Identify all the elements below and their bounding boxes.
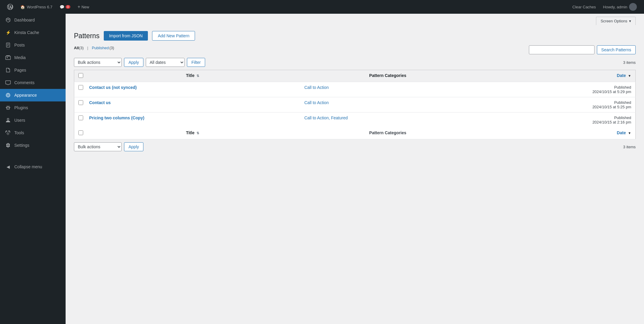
sidebar-item-comments[interactable]: Comments bbox=[0, 76, 66, 89]
row-category-link[interactable]: Call to Action bbox=[304, 100, 329, 105]
filter-all[interactable]: All bbox=[74, 46, 79, 50]
sidebar-label-kinsta-cache: Kinsta Cache bbox=[14, 30, 39, 35]
row-title-cell: Contact us (not synced) bbox=[85, 82, 300, 97]
date-footer-header[interactable]: Date ▼ bbox=[475, 127, 635, 139]
screen-options-arrow-icon: ▾ bbox=[629, 19, 631, 23]
row-checkbox[interactable] bbox=[78, 115, 83, 120]
row-categories-cell: Call to Action, Featured bbox=[300, 112, 476, 128]
categories-footer-header: Pattern Categories bbox=[300, 127, 476, 139]
tablenav-top: Bulk actions Delete Apply All dates Filt… bbox=[74, 58, 636, 67]
filter-published[interactable]: Published bbox=[92, 46, 109, 50]
filter-links: All (3) | Published (3) bbox=[74, 46, 114, 50]
sidebar-label-pages: Pages bbox=[14, 68, 26, 72]
sidebar-item-posts[interactable]: Posts bbox=[0, 39, 66, 51]
kinsta-icon: ⚡ bbox=[5, 29, 11, 36]
row-date-cell: Published2024/10/15 at 5:25 pm bbox=[475, 97, 635, 112]
admin-sidebar: Dashboard ⚡ Kinsta Cache Posts Media Pag… bbox=[0, 14, 66, 324]
sidebar-item-settings[interactable]: Settings bbox=[0, 139, 66, 152]
sidebar-item-dashboard[interactable]: Dashboard bbox=[0, 14, 66, 26]
row-categories-cell: Call to Action bbox=[300, 97, 476, 112]
row-categories-cell: Call to Action bbox=[300, 82, 476, 97]
table-body: Contact us (not synced) Call to Action P… bbox=[74, 82, 636, 128]
select-all-footer-column bbox=[74, 127, 85, 139]
sidebar-item-pages[interactable]: Pages bbox=[0, 64, 66, 76]
items-count-bottom: 3 items bbox=[623, 145, 636, 149]
select-all-checkbox[interactable] bbox=[78, 73, 83, 78]
title-column-label: Title bbox=[186, 73, 195, 78]
table-row: Contact us (not synced) Call to Action P… bbox=[74, 82, 636, 97]
comments-icon bbox=[5, 79, 11, 86]
row-date-status: Published2024/10/15 at 5:29 pm bbox=[592, 85, 631, 94]
posts-icon bbox=[5, 42, 11, 48]
title-footer-header[interactable]: Title ⇅ bbox=[85, 127, 300, 139]
sidebar-label-appearance: Appearance bbox=[14, 93, 37, 98]
table-row: Contact us Call to Action Published2024/… bbox=[74, 97, 636, 112]
screen-options-button[interactable]: Screen Options ▾ bbox=[596, 17, 636, 25]
title-footer-sort-icon: ⇅ bbox=[196, 131, 199, 135]
search-patterns-button[interactable]: Search Patterns bbox=[597, 45, 636, 54]
row-date-status: Published2024/10/15 at 2:16 pm bbox=[592, 115, 631, 124]
filter-published-count: (3) bbox=[109, 46, 114, 50]
adminbar-howdy[interactable]: Howdy, admin bbox=[600, 0, 640, 14]
sidebar-label-users: Users bbox=[14, 118, 25, 123]
howdy-label: Howdy, admin bbox=[603, 5, 627, 9]
row-date-cell: Published2024/10/15 at 5:29 pm bbox=[475, 82, 635, 97]
page-title: Patterns bbox=[74, 32, 100, 40]
title-footer-label: Title bbox=[186, 130, 195, 135]
row-checkbox-cell bbox=[74, 112, 85, 128]
row-title-link[interactable]: Contact us (not synced) bbox=[89, 85, 137, 90]
adminbar-clear-caches[interactable]: Clear Caches bbox=[569, 0, 600, 14]
main-content: Screen Options ▾ Patterns Import from JS… bbox=[66, 14, 644, 324]
adminbar-comments[interactable]: 💬 0 bbox=[56, 0, 74, 14]
sidebar-label-collapse: Collapse menu bbox=[14, 164, 42, 169]
row-category-link[interactable]: Call to Action, Featured bbox=[304, 115, 348, 120]
sidebar-item-tools[interactable]: Tools bbox=[0, 126, 66, 139]
select-all-footer-checkbox[interactable] bbox=[78, 130, 83, 135]
adminbar-new[interactable]: + New bbox=[74, 0, 93, 14]
date-column-header[interactable]: Date ▼ bbox=[475, 70, 635, 82]
users-icon bbox=[5, 117, 11, 124]
apply-button-top[interactable]: Apply bbox=[124, 58, 143, 67]
sidebar-label-settings: Settings bbox=[14, 143, 30, 148]
page-wrap: Patterns Import from JSON Add New Patter… bbox=[66, 25, 644, 163]
dates-select[interactable]: All dates bbox=[146, 58, 185, 67]
apply-button-bottom[interactable]: Apply bbox=[124, 142, 143, 151]
sidebar-item-appearance[interactable]: Appearance bbox=[0, 89, 66, 101]
title-sort-icon: ⇅ bbox=[196, 74, 199, 78]
adminbar-site[interactable]: 🏠 WordPress 6.7 bbox=[17, 0, 56, 14]
items-count-top: 3 items bbox=[623, 60, 636, 65]
row-checkbox[interactable] bbox=[78, 85, 83, 90]
bulk-actions-select-top[interactable]: Bulk actions Delete bbox=[74, 58, 122, 67]
import-from-json-button[interactable]: Import from JSON bbox=[104, 31, 148, 41]
date-column-label: Date bbox=[617, 73, 626, 78]
categories-column-label: Pattern Categories bbox=[369, 73, 406, 78]
date-footer-sort-icon: ▼ bbox=[628, 131, 631, 135]
filter-button[interactable]: Filter bbox=[187, 58, 205, 67]
tools-icon bbox=[5, 129, 11, 136]
sidebar-item-kinsta-cache[interactable]: ⚡ Kinsta Cache bbox=[0, 26, 66, 39]
sidebar-item-plugins[interactable]: Plugins bbox=[0, 101, 66, 114]
select-all-column-header bbox=[74, 70, 85, 82]
row-category-link[interactable]: Call to Action bbox=[304, 85, 329, 90]
patterns-table: Title ⇅ Pattern Categories Date ▼ bbox=[74, 70, 636, 139]
row-title-link[interactable]: Contact us bbox=[89, 100, 111, 105]
filter-all-count: (3) bbox=[79, 46, 84, 50]
sidebar-item-collapse[interactable]: ◀ Collapse menu bbox=[0, 161, 66, 173]
sidebar-item-media[interactable]: Media bbox=[0, 51, 66, 64]
search-input[interactable] bbox=[529, 45, 595, 54]
media-icon bbox=[5, 54, 11, 61]
row-date-status: Published2024/10/15 at 5:25 pm bbox=[592, 100, 631, 109]
add-new-pattern-button[interactable]: Add New Pattern bbox=[152, 31, 195, 41]
admin-bar: 🏠 WordPress 6.7 💬 0 + New Clear Caches H… bbox=[0, 0, 644, 14]
page-header: Patterns Import from JSON Add New Patter… bbox=[74, 31, 636, 41]
row-checkbox-cell bbox=[74, 82, 85, 97]
row-checkbox[interactable] bbox=[78, 100, 83, 105]
sidebar-item-users[interactable]: Users bbox=[0, 114, 66, 126]
bulk-actions-select-bottom[interactable]: Bulk actions Delete bbox=[74, 142, 122, 151]
sidebar-label-posts: Posts bbox=[14, 43, 25, 47]
table-header-row: Title ⇅ Pattern Categories Date ▼ bbox=[74, 70, 636, 82]
title-column-header[interactable]: Title ⇅ bbox=[85, 70, 300, 82]
wp-logo[interactable] bbox=[4, 4, 17, 10]
adminbar-site-name: WordPress 6.7 bbox=[27, 5, 52, 9]
row-title-link[interactable]: Pricing two columns (Copy) bbox=[89, 115, 144, 120]
